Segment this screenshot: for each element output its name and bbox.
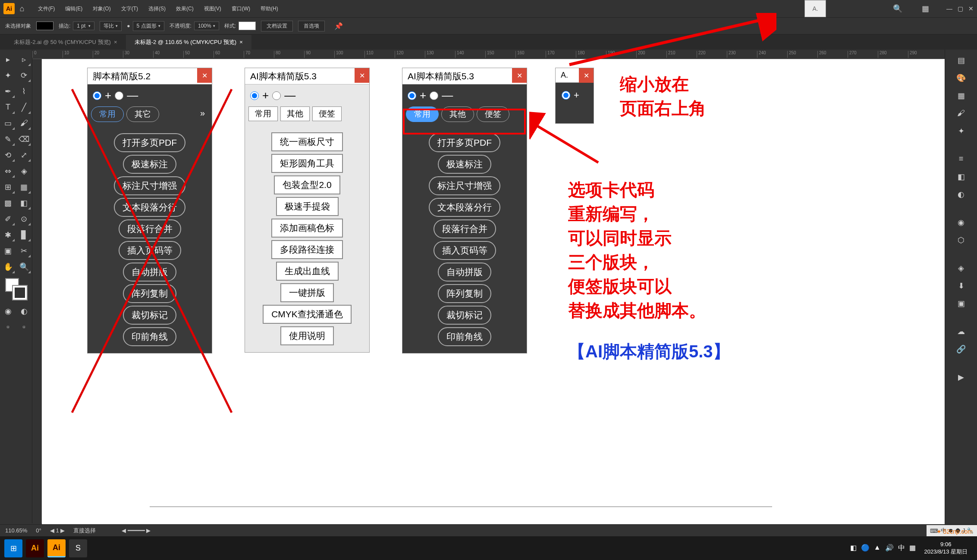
symbols-panel-icon[interactable]: ✦	[953, 123, 969, 139]
panel-button[interactable]: 阵列复制	[438, 284, 491, 303]
rotation-angle[interactable]: 0°	[36, 527, 41, 534]
layers-panel-icon[interactable]: ◈	[953, 260, 969, 276]
menu-edit[interactable]: 编辑(E)	[61, 3, 87, 14]
tray-icon[interactable]: ◧	[850, 544, 857, 553]
tray-ime-icon[interactable]: 中	[898, 544, 905, 553]
libraries-panel-icon[interactable]: ☁	[953, 323, 969, 339]
radio-2[interactable]	[115, 91, 123, 100]
systray[interactable]: ◧ 🔵 ▲ 🔊 中 ▦	[850, 544, 916, 553]
panel-button[interactable]: 矩形圆角工具	[271, 154, 343, 173]
panel-mini-close-button[interactable]: ✕	[579, 68, 594, 83]
maximize-icon[interactable]: ▢	[958, 5, 963, 12]
pen-tool-icon[interactable]: ✒	[0, 83, 16, 99]
graphic-styles-panel-icon[interactable]: ⬡	[953, 232, 969, 248]
opacity-dropdown[interactable]: 100%	[194, 22, 219, 30]
transparency-panel-icon[interactable]: ◐	[953, 186, 969, 202]
panel-button[interactable]: 阵列复制	[123, 284, 176, 303]
properties-panel-icon[interactable]: ▤	[953, 52, 969, 68]
panel-button[interactable]: 自动拼版	[123, 263, 176, 282]
brushes-panel-icon[interactable]: 🖌	[953, 105, 969, 121]
docked-panel-mini[interactable]: A.	[804, 0, 826, 17]
panel-button[interactable]: 生成出血线	[276, 262, 339, 281]
selection-tool-icon[interactable]: ▸	[0, 51, 16, 67]
document-canvas[interactable]: 脚本精简版5.2✕ + — 常用 其它 » 打开多页PDF极速标注标注尺寸增强文…	[42, 59, 945, 524]
menu-help[interactable]: 帮助(H)	[256, 3, 283, 14]
asset-export-panel-icon[interactable]: ⬇	[953, 278, 969, 294]
blend-tool-icon[interactable]: ⊙	[16, 211, 32, 227]
panel-button[interactable]: 段落行合并	[434, 219, 496, 238]
menu-type[interactable]: 文字(T)	[117, 3, 142, 14]
mesh-tool-icon[interactable]: ▩	[0, 195, 16, 211]
artboards-panel-icon[interactable]: ▣	[953, 295, 969, 311]
taskbar-ai-2[interactable]: Ai	[47, 539, 66, 557]
artboard-tool-icon[interactable]: ▣	[0, 243, 16, 259]
panel-52-more-icon[interactable]: »	[197, 106, 208, 122]
radio-l1[interactable]	[250, 91, 259, 100]
direct-selection-tool-icon[interactable]: ▹	[16, 51, 32, 67]
stroke-weight-dropdown[interactable]: 1 pt	[73, 22, 94, 30]
close-icon[interactable]: ✕	[968, 5, 974, 12]
menu-file[interactable]: 文件(F)	[34, 3, 59, 14]
shape-builder-tool-icon[interactable]: ⊞	[0, 179, 16, 195]
perspective-tool-icon[interactable]: ▦	[16, 179, 32, 195]
eraser-tool-icon[interactable]: ⌫	[16, 131, 32, 147]
doc-tab-1[interactable]: 未标题-2.ai @ 50 % (CMYK/CPU 预览) ×	[5, 35, 126, 50]
menu-effect[interactable]: 效果(C)	[172, 3, 198, 14]
type-tool-icon[interactable]: T	[0, 99, 16, 115]
menu-window[interactable]: 窗口(W)	[227, 3, 254, 14]
panel-53light-tab-2[interactable]: 其他	[280, 106, 310, 121]
pin-icon[interactable]: 📌	[334, 22, 343, 30]
screen-mode-icon[interactable]: ▫	[16, 319, 32, 335]
gradient-mode-icon[interactable]: ◐	[16, 303, 32, 319]
panel-button[interactable]: 印前角线	[123, 327, 176, 346]
panel-button[interactable]: 标注尺寸增强	[114, 176, 185, 195]
hand-tool-icon[interactable]: ✋	[0, 259, 16, 275]
tray-icon[interactable]: ▦	[909, 544, 916, 553]
radio-d2[interactable]	[430, 91, 438, 100]
panel-button[interactable]: 统一画板尺寸	[271, 132, 343, 151]
curvature-tool-icon[interactable]: ⌇	[16, 83, 32, 99]
scale-tool-icon[interactable]: ⤢	[16, 147, 32, 163]
panel-button[interactable]: 极速标注	[438, 155, 491, 174]
appearance-panel-icon[interactable]: ◉	[953, 214, 969, 230]
panel-button[interactable]: 插入页码等	[119, 241, 181, 260]
tray-icon[interactable]: ▲	[874, 544, 881, 553]
radio-d1[interactable]	[408, 91, 416, 100]
panel-button[interactable]: 极速手提袋	[276, 197, 339, 216]
panel-53light-tab-1[interactable]: 常用	[248, 106, 278, 121]
panel-button[interactable]: 段落行合并	[119, 219, 181, 238]
panel-button[interactable]: 裁切标记	[438, 306, 491, 325]
swatches-panel-icon[interactable]: ▦	[953, 88, 969, 103]
links-panel-icon[interactable]: 🔗	[953, 341, 969, 357]
radio-1[interactable]	[93, 91, 101, 100]
fill-stroke-swatch[interactable]	[5, 278, 27, 300]
gradient-tool-icon[interactable]: ◧	[16, 195, 32, 211]
column-graph-tool-icon[interactable]: ▊	[16, 227, 32, 243]
taskbar-ai-1[interactable]: Ai	[26, 539, 44, 557]
panel-button[interactable]: 文本段落分行	[429, 198, 500, 217]
color-panel-icon[interactable]: 🎨	[953, 70, 969, 86]
panel-button[interactable]: 标注尺寸增强	[429, 176, 500, 195]
eyedropper-tool-icon[interactable]: ✐	[0, 211, 16, 227]
tray-icon[interactable]: 🔊	[885, 544, 894, 553]
fill-swatch[interactable]	[36, 22, 53, 30]
search-icon[interactable]: 🔍	[891, 4, 904, 13]
home-icon[interactable]: ⌂	[16, 3, 28, 14]
taskbar-app-3[interactable]: S	[69, 539, 87, 557]
panel-button[interactable]: 添加画稿色标	[271, 219, 343, 238]
rotate-tool-icon[interactable]: ⟲	[0, 147, 16, 163]
menu-view[interactable]: 视图(V)	[200, 3, 226, 14]
color-mode-icon[interactable]: ◉	[0, 303, 16, 319]
menu-select[interactable]: 选择(S)	[144, 3, 170, 14]
lasso-tool-icon[interactable]: ⟳	[16, 67, 32, 83]
radio-l2[interactable]	[272, 91, 281, 100]
panel-52-tab-1[interactable]: 常用	[91, 106, 124, 122]
prefs-button[interactable]: 首选项	[298, 21, 325, 31]
tray-icon[interactable]: 🔵	[861, 544, 870, 553]
magic-wand-tool-icon[interactable]: ✦	[0, 67, 16, 83]
shaper-tool-icon[interactable]: ✎	[0, 131, 16, 147]
panel-button[interactable]: 文本段落分行	[114, 198, 185, 217]
rectangle-tool-icon[interactable]: ▭	[0, 115, 16, 131]
doc-setup-button[interactable]: 文档设置	[261, 21, 293, 31]
panel-button[interactable]: 打开多页PDF	[429, 133, 500, 152]
